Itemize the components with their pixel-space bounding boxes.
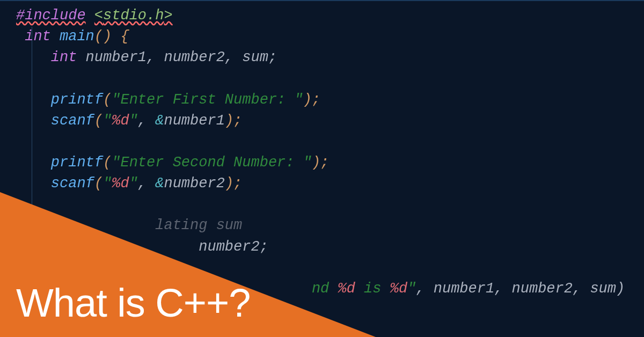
code-line-5: printf("Enter First Number: "); (16, 90, 644, 111)
function-call: printf (51, 155, 103, 171)
comma: , (138, 175, 155, 192)
string-literal: "Enter First Number: " (112, 92, 303, 108)
address-operator: & (155, 175, 164, 192)
code-line-2: int main() { (16, 26, 644, 47)
function-name: main (60, 28, 94, 45)
code-line-9: scanf("%d", &number2); (16, 173, 644, 194)
string-literal: "Enter Second Number: " (112, 155, 312, 171)
paren-open: ( (94, 175, 103, 192)
variable: number1 (164, 113, 224, 129)
code-line-8: printf("Enter Second Number: "); (16, 152, 644, 173)
include-path: stdio.h (103, 8, 164, 24)
variable: number2 (164, 175, 224, 192)
code-line-7 (16, 131, 644, 152)
parens: () (94, 28, 112, 45)
function-call: scanf (51, 175, 94, 192)
paren-open: ( (103, 92, 112, 108)
paren-close: ); (312, 155, 329, 171)
include-path-close: > (164, 8, 172, 24)
paren-close: ); (225, 175, 242, 192)
function-call: printf (51, 92, 103, 108)
title-banner-text: What is C++? (16, 274, 250, 332)
string-end: " (129, 113, 138, 129)
open-brace: { (112, 28, 129, 45)
arguments: , number1, number2, sum) (416, 281, 625, 297)
include-path-open: < (94, 8, 103, 24)
paren-open: ( (103, 155, 112, 171)
string-end: " (407, 281, 416, 297)
paren-close: ); (303, 92, 320, 108)
string-begin: " (103, 113, 112, 129)
paren-close: ); (225, 113, 242, 129)
preprocessor-directive: #include (16, 8, 86, 24)
code-line-6: scanf("%d", &number1); (16, 111, 644, 131)
string-end: " (129, 175, 138, 192)
variable-declarations: number1, number2, sum; (77, 49, 277, 65)
string-begin: " (103, 175, 112, 192)
address-operator: & (155, 113, 164, 129)
comma: , (138, 113, 155, 129)
function-call: scanf (51, 113, 94, 129)
code-line-1: #include <stdio.h> (16, 5, 644, 26)
type-keyword: int (25, 28, 51, 45)
format-specifier: %d (112, 175, 129, 192)
code-line-3: int number1, number2, sum; (16, 47, 644, 68)
format-specifier: %d (112, 113, 129, 129)
paren-open: ( (94, 113, 103, 129)
type-keyword: int (51, 49, 77, 65)
code-line-4 (16, 68, 644, 89)
format-specifier: %d (390, 281, 407, 297)
